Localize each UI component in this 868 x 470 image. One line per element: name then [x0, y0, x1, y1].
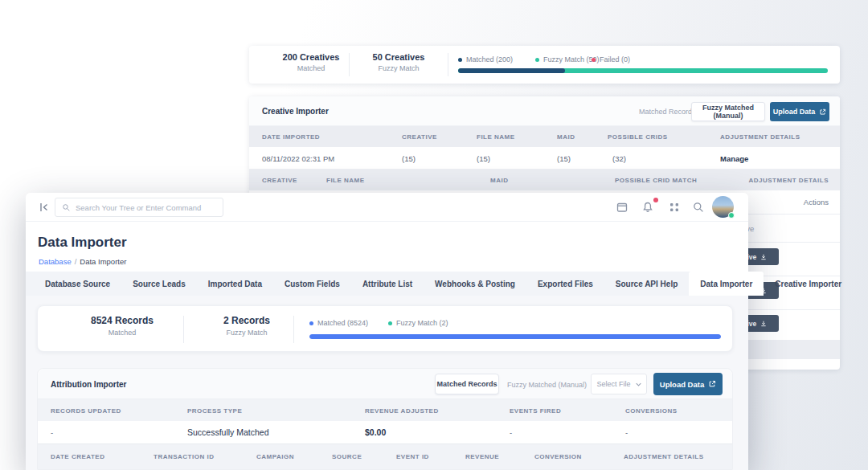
collapse-sidebar-icon[interactable] — [38, 201, 51, 214]
cell-events-fired: - — [510, 428, 512, 437]
col-event-id: EVENT ID — [396, 453, 429, 460]
online-status-dot — [728, 212, 735, 219]
tab-bar: Database Source Source Leads Imported Da… — [26, 272, 748, 296]
upload-data-label: Upload Data — [773, 108, 816, 116]
download-icon — [760, 321, 767, 327]
col-possible-crid-match: POSSIBLE CRID MATCH — [615, 177, 697, 184]
breadcrumb-separator: / — [75, 257, 77, 266]
fuzzy-matched-button[interactable]: Fuzzy Matched (Manual) — [507, 381, 587, 389]
legend-fuzzy: Fuzzy Match (2) — [388, 319, 448, 327]
tab-exported-files[interactable]: Exported Files — [526, 272, 604, 296]
upload-data-button[interactable]: Upload Data — [770, 102, 829, 121]
divider — [293, 316, 294, 343]
col-revenue-adjusted: REVENUE ADJUSTED — [365, 407, 439, 415]
cell-records-updated: - — [51, 428, 53, 437]
divider — [349, 53, 350, 76]
data-progress-bar — [309, 334, 721, 339]
tab-database-source[interactable]: Database Source — [34, 272, 121, 296]
panel-title: Creative Importer — [262, 107, 329, 116]
matched-dot-icon — [309, 321, 313, 325]
creative-stat-fuzzy: 50 Creatives Fuzzy Match — [354, 52, 444, 72]
tab-attribute-list[interactable]: Attribute List — [351, 272, 424, 296]
stat-value: 8524 Records — [62, 315, 182, 326]
user-avatar[interactable] — [712, 196, 734, 218]
col-conversion: CONVERSION — [534, 453, 582, 460]
col-file-name: FILE NAME — [326, 177, 365, 184]
cell-date: 08/11/2022 02:31 PM — [262, 154, 334, 163]
search-input[interactable] — [76, 203, 216, 212]
creative-table-header: DATE IMPORTED CREATIVE FILE NAME MAID PO… — [249, 126, 840, 147]
creative-summary-card: 200 Creatives Matched 50 Creatives Fuzzy… — [249, 46, 840, 84]
breadcrumb-database-link[interactable]: Database — [39, 257, 72, 266]
select-file-dropdown[interactable]: Select File — [591, 374, 647, 394]
tab-creative-importer[interactable]: Creative Importer — [764, 272, 853, 296]
legend-matched: Matched (8524) — [309, 319, 368, 327]
window-icon[interactable] — [616, 201, 628, 214]
upload-data-label: Upload Data — [660, 380, 704, 389]
tab-imported-data[interactable]: Imported Data — [197, 272, 273, 296]
upload-data-button[interactable]: Upload Data — [653, 373, 723, 395]
tab-webhooks-posting[interactable]: Webhooks & Posting — [424, 272, 526, 296]
manage-link[interactable]: Manage — [720, 154, 748, 163]
search-icon[interactable] — [692, 201, 705, 214]
col-possible-crids: POSSIBLE CRIDS — [608, 133, 668, 141]
breadcrumb: Database/Data Importer — [39, 257, 126, 266]
col-maid: MAID — [557, 133, 575, 141]
search-bar[interactable] — [55, 198, 223, 217]
col-records-updated: RECORDS UPDATED — [51, 407, 121, 415]
data-importer-window: Data Importer Database/Data Importer Dat… — [26, 193, 748, 470]
tab-data-importer[interactable]: Data Importer — [689, 272, 764, 296]
matched-records-button[interactable]: Matched Records — [639, 108, 696, 116]
col-transaction-id: TRANSACTION ID — [154, 453, 214, 460]
failed-dot-icon — [592, 58, 596, 62]
breadcrumb-current: Data Importer — [80, 257, 126, 266]
attribution-importer-header: Attribution Importer Matched Records Fuz… — [38, 369, 732, 399]
fuzzy-matched-button[interactable]: Fuzzy Matched (Manual) — [691, 102, 765, 121]
actions-label: Actions — [804, 198, 829, 206]
col-process-type: PROCESS TYPE — [187, 407, 242, 415]
page-title: Data Importer — [38, 235, 127, 251]
col-revenue: REVENUE — [465, 453, 499, 460]
apps-grid-icon[interactable] — [668, 201, 681, 214]
notification-badge — [653, 198, 658, 202]
creative-importer-header: Creative Importer Matched Records Fuzzy … — [249, 96, 840, 126]
data-summary-card: 8524 Records Matched 2 Records Fuzzy Mat… — [37, 305, 733, 352]
legend-label: Matched (200) — [466, 55, 513, 63]
data-stat-matched: 8524 Records Matched — [62, 315, 182, 337]
tab-source-leads[interactable]: Source Leads — [121, 272, 197, 296]
col-file-name: FILE NAME — [477, 133, 515, 141]
divider — [183, 316, 184, 343]
cell-creative: (15) — [402, 154, 416, 163]
window-topbar — [26, 193, 748, 222]
stat-label: Fuzzy Match — [190, 329, 303, 337]
creative-stat-matched: 200 Creatives Matched — [268, 52, 354, 72]
attribution-importer-card: Attribution Importer Matched Records Fuz… — [37, 368, 733, 470]
notifications-bell-icon[interactable] — [641, 201, 654, 214]
tab-source-api-help[interactable]: Source API Help — [604, 272, 689, 296]
legend-matched: Matched (200) — [458, 55, 513, 63]
attribution-table-header: RECORDS UPDATED PROCESS TYPE REVENUE ADJ… — [38, 399, 732, 421]
select-file-label: Select File — [596, 380, 630, 388]
data-stat-fuzzy: 2 Records Fuzzy Match — [190, 315, 303, 337]
creative-subtable-header: CREATIVE FILE NAME MAID POSSIBLE CRID MA… — [249, 170, 840, 190]
col-creative: CREATIVE — [402, 133, 437, 141]
cell-process-type: Successfully Matched — [187, 427, 269, 437]
attribution-table-row: - Successfully Matched $0.00 - - — [38, 421, 732, 443]
legend-failed: Failed (0) — [592, 55, 630, 63]
stat-label: Matched — [268, 64, 354, 72]
creative-progress-matched-segment — [458, 68, 565, 73]
cell-revenue-adjusted: $0.00 — [365, 427, 386, 437]
col-creative: CREATIVE — [262, 177, 297, 184]
panel-title: Attribution Importer — [51, 380, 126, 389]
stat-value: 50 Creatives — [354, 52, 444, 62]
creative-table-row: 08/11/2022 02:31 PM (15) (15) (15) (32) … — [249, 147, 840, 170]
col-campaign: CAMPAIGN — [256, 453, 294, 460]
tab-custom-fields[interactable]: Custom Fields — [273, 272, 351, 296]
stat-label: Fuzzy Match — [354, 64, 444, 72]
col-maid: MAID — [490, 177, 508, 184]
col-events-fired: EVENTS FIRED — [510, 407, 561, 415]
legend-label: Matched (8524) — [317, 319, 368, 327]
col-source: SOURCE — [332, 453, 362, 460]
matched-records-button[interactable]: Matched Records — [435, 374, 499, 394]
stat-value: 2 Records — [190, 315, 303, 326]
